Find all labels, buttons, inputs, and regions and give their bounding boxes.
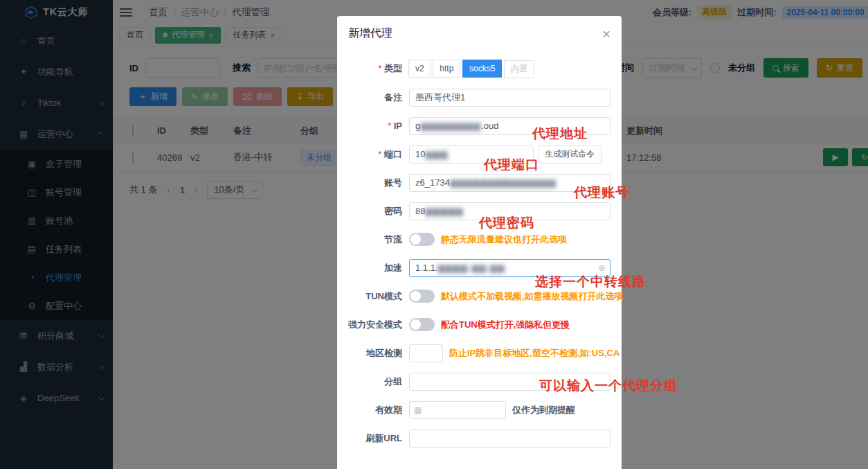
validity-field-row: 有效期 ▦ 仅作为到期提醒	[348, 401, 611, 419]
redacted-text: ▆▆▆▆▆▆▆▆	[420, 121, 481, 131]
port-field-row: 端口 10 ▆▆▆ 生成测试命令	[348, 145, 611, 163]
tun-mode-label: TUN模式	[348, 290, 409, 303]
throttle-hint: 静态无限流量建议也打开此选项	[441, 233, 567, 246]
refresh-url-input[interactable]	[409, 430, 611, 448]
ip-label: IP	[348, 121, 409, 131]
region-check-hint: 防止IP跳非目标地区,留空不检测,如:US,CA	[449, 347, 620, 360]
port-label: 端口	[348, 148, 409, 161]
account-label: 账号	[348, 177, 409, 189]
secure-mode-hint: 配合TUN模式打开,强隐私但更慢	[441, 319, 570, 331]
region-check-input[interactable]	[409, 344, 443, 362]
annotation-proxy-port: 代理端口	[484, 156, 539, 174]
tun-mode-hint: 默认模式不加载视频,如需播放视频打开此选项	[441, 290, 624, 303]
generate-test-command-button[interactable]: 生成测试命令	[538, 145, 602, 163]
annotation-proxy-group: 可以输入一个代理分组	[539, 377, 678, 395]
tun-mode-toggle[interactable]	[409, 290, 435, 303]
type-http-button[interactable]: http	[433, 60, 460, 78]
password-label: 密码	[348, 205, 409, 218]
redacted-text: ▆▆▆▆▆▆▆▆▆▆▆▆▆▆	[450, 177, 557, 188]
annotation-relay-line: 选择一个中转线路	[535, 273, 646, 291]
validity-label: 有效期	[348, 404, 409, 416]
throttle-field-row: 节流 静态无限流量建议也打开此选项	[348, 231, 611, 249]
annotation-proxy-password: 代理密码	[479, 214, 534, 232]
throttle-label: 节流	[348, 233, 409, 246]
validity-date-input[interactable]: ▦	[409, 401, 506, 419]
type-v2-button[interactable]: v2	[408, 60, 431, 78]
remark-input[interactable]: 墨西哥代理1	[409, 89, 611, 107]
group-label: 分组	[348, 375, 409, 388]
calendar-icon: ▦	[414, 405, 422, 415]
type-label: 类型	[348, 62, 409, 75]
account-field-row: 账号 z6_1734 ▆▆▆▆▆▆▆▆▆▆▆▆▆▆	[348, 174, 611, 192]
type-builtin-button[interactable]: 内置	[504, 60, 534, 78]
redacted-text: ▆▆▆▆ ▆▆ ▆▆	[438, 263, 505, 273]
annotation-proxy-address: 代理地址	[532, 125, 588, 143]
type-button-group: v2 http socks5 内置	[409, 60, 534, 78]
close-icon[interactable]: ×	[602, 27, 611, 41]
add-proxy-modal: 新增代理 × 类型 v2 http socks5 内置 备注 墨西哥代理1 IP…	[337, 16, 622, 469]
throttle-toggle[interactable]	[409, 233, 435, 246]
remark-label: 备注	[348, 91, 409, 104]
type-field-row: 类型 v2 http socks5 内置	[348, 60, 611, 78]
secure-field-row: 强力安全模式 配合TUN模式打开,强隐私但更慢	[348, 316, 611, 334]
region-check-label: 地区检测	[348, 347, 409, 360]
refresh-url-field-row: 刷新URL	[348, 430, 611, 448]
type-socks5-button[interactable]: socks5	[462, 60, 502, 78]
secure-mode-label: 强力安全模式	[348, 319, 409, 331]
clear-input-icon[interactable]: ⊗	[598, 263, 606, 273]
modal-title: 新增代理	[348, 26, 392, 41]
validity-hint: 仅作为到期提醒	[512, 404, 575, 416]
remark-field-row: 备注 墨西哥代理1	[348, 89, 611, 107]
annotation-proxy-account: 代理账号	[574, 184, 629, 202]
redacted-text: ▆▆▆	[425, 149, 448, 159]
secure-mode-toggle[interactable]	[409, 318, 435, 331]
region-field-row: 地区检测 防止IP跳非目标地区,留空不检测,如:US,CA	[348, 344, 611, 362]
redacted-text: ▆▆▆▆▆	[425, 206, 463, 216]
accel-label: 加速	[348, 262, 409, 274]
refresh-url-label: 刷新URL	[348, 432, 409, 445]
